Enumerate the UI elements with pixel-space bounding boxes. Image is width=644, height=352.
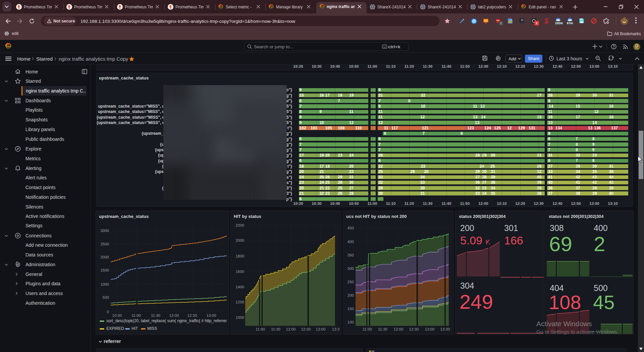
svg-text:SEO: SEO	[544, 22, 548, 24]
